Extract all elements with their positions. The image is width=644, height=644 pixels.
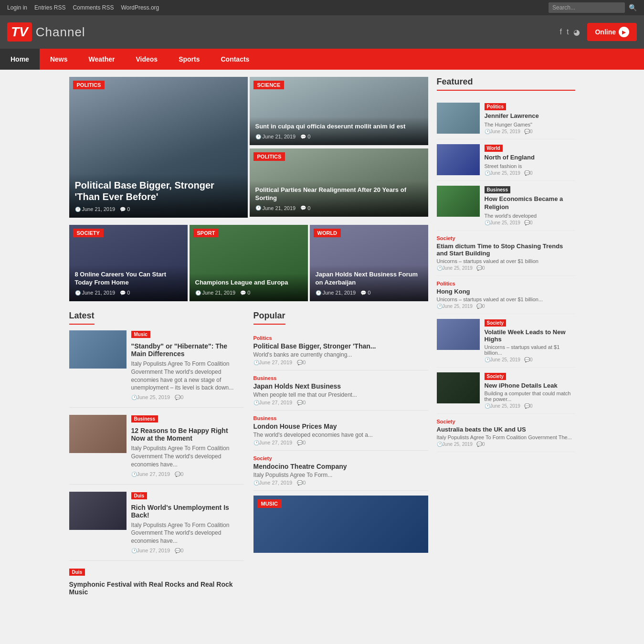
sidebar-thumb-2	[437, 186, 480, 217]
sidebar-card-meta-0: June 25, 2019 0	[485, 357, 575, 362]
social-icons: f t ◕	[560, 28, 581, 37]
content-left: Politics Political Base Bigger, Stronger…	[69, 77, 428, 605]
popular-section: Popular Politics Political Base Bigger, …	[253, 311, 428, 605]
popular-cat-2: Business	[253, 415, 428, 421]
popular-cat-3: Society	[253, 455, 428, 461]
nav-home[interactable]: Home	[0, 49, 40, 70]
sidebar-item-title-1[interactable]: North of England	[485, 154, 575, 162]
sidebar-thumb-0	[437, 103, 480, 134]
sidebar-text-date-1: June 25, 2019	[437, 304, 473, 309]
popular-item-title-2[interactable]: London House Prices May	[253, 422, 428, 430]
sidebar-text-title-0[interactable]: Etiam dictum Time to Stop Chasing Trends…	[437, 243, 575, 257]
latest-section: Latest Music "Standby" or "Hibernate": T…	[69, 311, 244, 596]
latest-meta-1: June 27, 2019 0	[131, 471, 244, 477]
latest-item-title-2[interactable]: Rich World's Unemployment Is Back!	[131, 504, 244, 519]
popular-music-card[interactable]: Music	[253, 496, 428, 553]
latest-item-title-3[interactable]: Symphonic Festival with Real Rocks and R…	[69, 581, 244, 596]
latest-item-desc-1: Italy Populists Agree To Form Coalition …	[131, 444, 244, 468]
sidebar-card-date-1: June 25, 2019	[485, 403, 520, 409]
sidebar-card-thumb-1	[437, 372, 480, 403]
sidebar-card-title-2[interactable]: Australia beats the UK and US	[437, 426, 575, 433]
facebook-icon[interactable]: f	[560, 28, 562, 37]
hero-mid-right-date: June 21, 2019	[255, 205, 296, 211]
sidebar-meta-2: June 25, 2019 0	[485, 220, 575, 225]
nav-videos[interactable]: Videos	[125, 49, 168, 70]
topbar-search-area: 🔍	[549, 2, 637, 13]
popular-music-cat: Music	[257, 499, 282, 508]
sidebar-card-1: Society New iPhone Details Leak Building…	[437, 368, 575, 414]
popular-item-desc-2: The world's developed economies have got…	[253, 432, 428, 438]
sidebar-feat-1: World North of England Street fashion is…	[437, 139, 575, 181]
bottom-title-2: Japan Holds Next Business Forum on Azerb…	[316, 271, 422, 287]
bottom-item-2[interactable]: World Japan Holds Next Business Forum on…	[310, 225, 428, 301]
sidebar-card-meta-2: June 25, 2019 0	[437, 442, 575, 447]
popular-item-3: Society Mendocino Theatre Company Italy …	[253, 451, 428, 491]
sidebar-comments-0: 0	[524, 129, 533, 134]
sidebar-comments-2: 0	[524, 220, 533, 225]
online-button[interactable]: Online ▶	[587, 23, 637, 41]
sidebar-card-title-1[interactable]: New iPhone Details Leak	[485, 382, 575, 389]
sidebar-text-cat-1: Politics	[437, 281, 575, 286]
sidebar-meta-0: June 25, 2019 0	[485, 129, 575, 134]
bottom-item-0[interactable]: Society 8 Online Careers You Can Start T…	[69, 225, 188, 301]
popular-item-1: Business Japan Holds Next Business When …	[253, 370, 428, 411]
hero-top-right[interactable]: Science Sunt in culpa qui officia deseru…	[250, 77, 428, 147]
content-grid: Politics Political Base Bigger, Stronger…	[69, 77, 575, 605]
latest-item-1: Business 12 Reasons to Be Happy Right No…	[69, 415, 244, 484]
sidebar-item-title-0[interactable]: Jennifer Lawrence	[485, 112, 575, 120]
popular-item-title-1[interactable]: Japan Holds Next Business	[253, 382, 428, 390]
twitter-icon[interactable]: t	[567, 28, 569, 37]
hero-top-right-comments: 0	[300, 134, 310, 139]
bottom-comments-1: 0	[240, 290, 250, 296]
bottom-comments-2: 0	[360, 290, 370, 296]
sidebar-text-title-1[interactable]: Hong Kong	[437, 288, 575, 295]
latest-item-desc-0: Italy Populists Agree To Form Coalition …	[131, 360, 244, 392]
latest-comments-1: 0	[175, 471, 183, 477]
sidebar-thumb-1	[437, 144, 480, 175]
sidebar-item-title-2[interactable]: How Economics Became a Religion	[485, 195, 575, 211]
search-button[interactable]: 🔍	[629, 4, 637, 11]
bottom-title-1: Champions League and Europa	[195, 279, 302, 287]
nav-weather[interactable]: Weather	[78, 49, 125, 70]
bottom-date-2: June 21, 2019	[316, 290, 356, 296]
sidebar-text-comments-1: 0	[476, 304, 485, 309]
hero-top-right-meta: June 21, 2019 0	[255, 134, 422, 139]
sidebar-text-meta-0: June 25, 2019 0	[437, 265, 575, 271]
popular-item-title-3[interactable]: Mendocino Theatre Company	[253, 463, 428, 470]
sidebar-card-0: Society Volatile Week Leads to New Highs…	[437, 314, 575, 368]
sidebar-meta-1: June 25, 2019 0	[485, 170, 575, 176]
latest-item-title-1[interactable]: 12 Reasons to Be Happy Right Now at the …	[131, 427, 244, 442]
online-label: Online	[595, 28, 616, 36]
rss-icon[interactable]: ◕	[573, 28, 580, 37]
bottom-cat-1: Sport	[193, 229, 219, 237]
sidebar-card-title-0[interactable]: Volatile Week Leads to New Highs	[485, 328, 575, 343]
hero-main[interactable]: Politics Political Base Bigger, Stronger…	[69, 77, 248, 218]
latest-meta-0: June 25, 2019 0	[131, 394, 244, 400]
search-input[interactable]	[549, 2, 625, 13]
sidebar-comments-1: 0	[524, 170, 533, 176]
hero-mid-right-category: Politics	[253, 152, 285, 161]
popular-title: Popular	[253, 311, 285, 325]
sidebar-card-date-2: June 25, 2019	[437, 442, 473, 447]
sidebar-info-1: World North of England Street fashion is…	[485, 144, 575, 176]
hero-mid-right[interactable]: Politics Political Parties Near Realignm…	[250, 148, 428, 218]
latest-title: Latest	[69, 311, 95, 325]
topbar-comments-rss[interactable]: Comments RSS	[73, 4, 114, 11]
popular-item-2: Business London House Prices May The wor…	[253, 411, 428, 451]
top-bar: Login in Entries RSS Comments RSS WordPr…	[0, 0, 644, 15]
nav-sports[interactable]: Sports	[168, 49, 210, 70]
sidebar-card-info-0: Society Volatile Week Leads to New Highs…	[485, 319, 575, 362]
sidebar-card-date-0: June 25, 2019	[485, 357, 520, 362]
topbar-wordpress[interactable]: WordPress.org	[121, 4, 159, 11]
nav-news[interactable]: News	[40, 49, 78, 70]
hero-top-right-overlay: Sunt in culpa qui officia deserunt molli…	[250, 117, 428, 145]
sidebar-date-2: June 25, 2019	[485, 220, 520, 225]
sidebar-text-meta-1: June 25, 2019 0	[437, 304, 575, 309]
nav-contacts[interactable]: Contacts	[210, 49, 260, 70]
topbar-login[interactable]: Login in	[7, 4, 27, 11]
popular-item-title-0[interactable]: Political Base Bigger, Stronger 'Than...	[253, 342, 428, 350]
latest-item-title-0[interactable]: "Standby" or "Hibernate": The Main Diffe…	[131, 342, 244, 358]
topbar-entries-rss[interactable]: Entries RSS	[34, 4, 65, 11]
bottom-item-1[interactable]: Sport Champions League and Europa June 2…	[190, 225, 308, 301]
latest-date-2: June 27, 2019	[131, 548, 170, 553]
